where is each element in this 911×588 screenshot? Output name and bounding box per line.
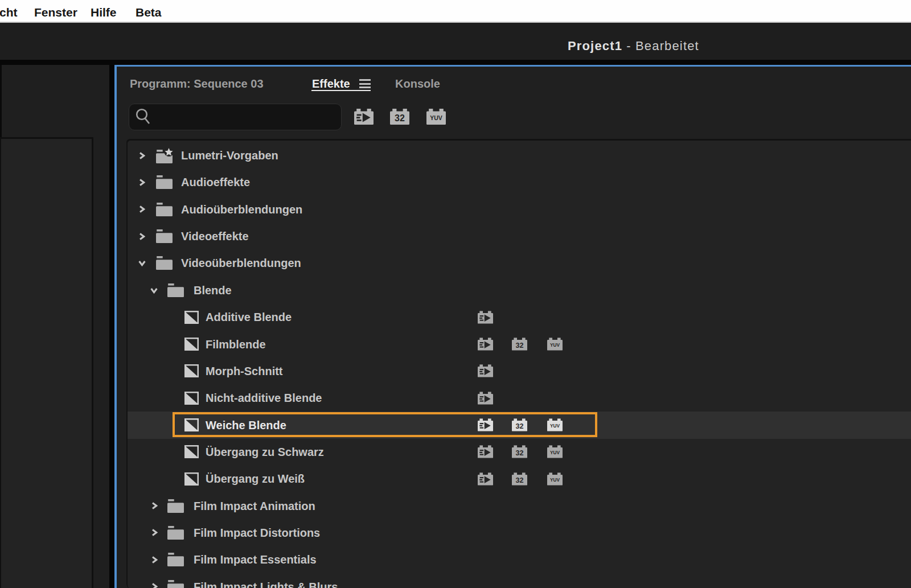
svg-text:32: 32 [515, 476, 523, 484]
svg-text:32: 32 [515, 342, 523, 349]
svg-text:32: 32 [395, 113, 405, 123]
svg-text:YUV: YUV [549, 477, 560, 483]
svg-text:YUV: YUV [549, 342, 560, 348]
svg-text:YUV: YUV [430, 114, 442, 121]
svg-text:32: 32 [515, 449, 523, 457]
svg-text:YUV: YUV [549, 450, 560, 456]
